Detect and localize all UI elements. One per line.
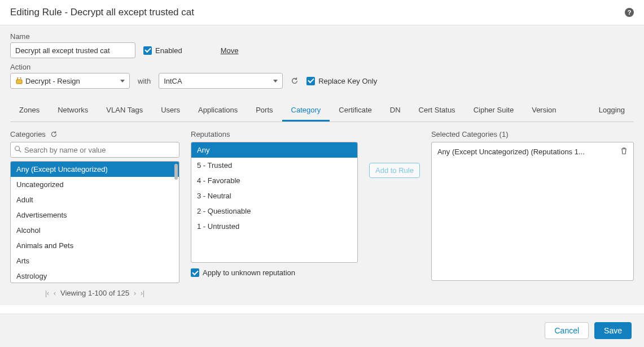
tab-ports[interactable]: Ports [247,100,282,122]
pager: |‹ ‹ Viewing 1-100 of 125 › ›| [10,283,179,300]
refresh-icon[interactable] [291,77,299,85]
checkbox-icon [191,268,199,277]
save-button[interactable]: Save [594,322,632,339]
trash-icon[interactable] [620,147,628,157]
tab-applications[interactable]: Applications [189,100,247,122]
action-value: Decrypt - Resign [25,77,80,85]
selected-listbox: Any (Except Uncategorized) (Reputations … [431,142,634,281]
ca-value: IntCA [164,77,182,85]
enabled-label: Enabled [155,46,182,55]
refresh-icon[interactable] [50,131,58,138]
name-input[interactable] [10,42,135,58]
selected-row: Any (Except Uncategorized) (Reputations … [433,145,632,159]
tab-cipher-suite[interactable]: Cipher Suite [465,100,523,122]
tab-networks[interactable]: Networks [49,100,97,122]
list-item[interactable]: 3 - Neutral [191,188,357,203]
list-item[interactable]: 5 - Trusted [191,158,357,173]
tab-users[interactable]: Users [152,100,189,122]
svg-point-1 [15,146,20,151]
form-area: Name Enabled Move Action [0,25,644,122]
content-area: Categories Any (Except Uncategorized)Unc… [0,122,644,305]
page-first-icon[interactable]: |‹ [45,289,49,297]
reputations-listbox[interactable]: Any5 - Trusted4 - Favorable3 - Neutral2 … [191,142,358,263]
list-item[interactable]: Animals and Pets [11,238,179,253]
tab-version[interactable]: Version [523,100,565,122]
list-item[interactable]: 4 - Favorable [191,173,357,188]
move-link[interactable]: Move [221,46,239,55]
list-item[interactable]: Advertisements [11,207,179,223]
svg-rect-0 [16,80,22,84]
apply-unknown-label: Apply to unknown reputation [203,268,295,277]
help-icon[interactable]: ? [625,8,634,17]
selected-item-label: Any (Except Uncategorized) (Reputations … [437,148,585,156]
decrypt-icon [15,77,23,84]
enabled-checkbox[interactable]: Enabled [143,46,182,55]
selected-header: Selected Categories (1) [431,130,509,138]
action-select[interactable]: Decrypt - Resign [10,73,130,89]
apply-unknown-checkbox[interactable]: Apply to unknown reputation [191,268,295,277]
categories-search-input[interactable] [10,142,179,158]
tab-dn[interactable]: DN [381,100,410,122]
cancel-button[interactable]: Cancel [545,322,589,339]
page-last-icon[interactable]: ›| [141,289,144,297]
action-label: Action [10,63,634,71]
tab-vlan-tags[interactable]: VLAN Tags [97,100,152,122]
name-label: Name [10,32,634,41]
add-to-rule-button[interactable]: Add to Rule [369,163,420,178]
pager-text: Viewing 1-100 of 125 [60,289,129,297]
with-label: with [138,77,151,85]
checkbox-icon [143,46,152,55]
page-prev-icon[interactable]: ‹ [54,289,56,297]
ca-select[interactable]: IntCA [159,73,283,89]
categories-column: Categories Any (Except Uncategorized)Unc… [10,130,179,300]
page-title: Editing Rule - Decrypt all except truste… [10,7,194,18]
list-item[interactable]: Astrology [11,268,179,283]
tab-logging[interactable]: Logging [590,100,634,122]
tab-bar: ZonesNetworksVLAN TagsUsersApplicationsP… [10,93,634,122]
list-item[interactable]: 2 - Questionable [191,203,357,219]
checkbox-icon [306,77,315,85]
list-item[interactable]: Any (Except Uncategorized) [11,162,179,177]
tab-category[interactable]: Category [282,100,330,122]
categories-listbox[interactable]: Any (Except Uncategorized)UncategorizedA… [10,161,179,283]
list-item[interactable]: Arts [11,253,179,268]
footer: Cancel Save [0,314,644,347]
list-item[interactable]: Uncategorized [11,177,179,192]
chevron-down-icon [273,80,278,83]
list-item[interactable]: Alcohol [11,223,179,238]
list-item[interactable]: Adult [11,192,179,207]
chevron-down-icon [120,80,125,83]
svg-line-2 [19,150,21,153]
reputations-header: Reputations [191,130,230,138]
categories-header: Categories [10,130,46,138]
search-wrap [10,142,179,158]
tab-zones[interactable]: Zones [10,100,49,122]
page-next-icon[interactable]: › [134,289,136,297]
list-item[interactable]: 1 - Untrusted [191,219,357,234]
replace-key-label: Replace Key Only [318,77,377,85]
tab-cert-status[interactable]: Cert Status [410,100,465,122]
tab-certificate[interactable]: Certificate [330,100,381,122]
list-item[interactable]: Any [191,142,357,158]
selected-column: Selected Categories (1) Any (Except Unca… [431,130,634,300]
search-icon [14,145,22,155]
replace-key-checkbox[interactable]: Replace Key Only [306,77,377,85]
scrollbar-thumb[interactable] [174,164,178,180]
add-button-column: Add to Rule [369,130,420,300]
reputations-column: Reputations Any5 - Trusted4 - Favorable3… [191,130,358,300]
titlebar: Editing Rule - Decrypt all except truste… [0,0,644,25]
